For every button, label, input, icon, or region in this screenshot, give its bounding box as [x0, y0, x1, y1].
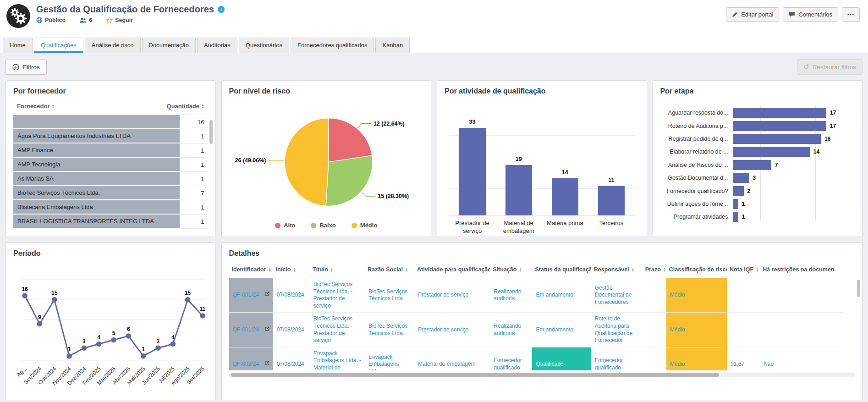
- cell-inicio[interactable]: 07/08/2024: [273, 313, 310, 347]
- bar-elaborar-relat-rio-de-[interactable]: [733, 147, 810, 157]
- column-header-restricoes[interactable]: Há restrições na documen: [760, 261, 843, 278]
- table-row[interactable]: AMP Tecnologia1: [13, 158, 208, 172]
- data-point[interactable]: [111, 337, 116, 343]
- table-row[interactable]: AMP Finance1: [13, 143, 208, 158]
- pie-slice-médio[interactable]: [285, 118, 329, 206]
- comments-button[interactable]: Comentários: [783, 7, 838, 22]
- tab-qualifica-es[interactable]: Qualificações: [34, 38, 83, 53]
- pie-slice-baixo[interactable]: [326, 155, 373, 206]
- data-point[interactable]: [200, 313, 205, 319]
- table-row[interactable]: As Marias SA1: [13, 172, 208, 186]
- more-actions-button[interactable]: ⋯: [842, 7, 860, 22]
- tab-documenta-o[interactable]: Documentação: [142, 38, 196, 53]
- cell-razao_social[interactable]: BioTec Serviços Técnicos Ltda.: [365, 278, 414, 313]
- bar-aguardar-resposta-do-[interactable]: [733, 108, 826, 118]
- cell-titulo[interactable]: BioTec Serviços Técnicos Ltda. - Prestad…: [310, 313, 365, 347]
- external-link-icon[interactable]: [264, 361, 269, 366]
- follow-button[interactable]: Seguir: [106, 17, 133, 23]
- cell-inicio[interactable]: 07/08/2024: [273, 278, 310, 313]
- legend-item-médio[interactable]: Médio: [352, 222, 378, 229]
- bar-roteiro-de-auditoria-p-[interactable]: [733, 121, 826, 131]
- bar-an-lise-de-riscos-do-[interactable]: [733, 160, 771, 170]
- tab-auditorias[interactable]: Auditorias: [197, 38, 237, 53]
- cell-responsavel[interactable]: Roteiro de Auditoria para Qualificação d…: [591, 313, 643, 347]
- tab-home[interactable]: Home: [3, 38, 33, 53]
- cell-situacao[interactable]: Realizando auditoria: [490, 313, 532, 347]
- data-point[interactable]: [185, 297, 191, 303]
- horizontal-scrollbar-track[interactable]: [229, 373, 855, 377]
- bar-prestador-de-servi-o[interactable]: 33: [459, 128, 486, 215]
- cell-titulo[interactable]: BioTec Serviços Técnicos Ltda. - Prestad…: [310, 278, 365, 313]
- legend-item-alto[interactable]: Alto: [275, 222, 295, 229]
- external-link-icon[interactable]: [264, 292, 269, 297]
- pie-slice-alto[interactable]: [328, 118, 372, 162]
- followers-count[interactable]: 6: [79, 17, 92, 23]
- cell-status[interactable]: Em andamento: [532, 278, 591, 313]
- table-row[interactable]: BioTec Serviços Técnicos Ltda.7: [13, 186, 208, 200]
- tab-question-rios[interactable]: Questionários: [239, 38, 289, 53]
- vertical-scrollbar[interactable]: [857, 280, 860, 297]
- tab-fornecedores-qualificados[interactable]: Fornecedores qualificados: [291, 38, 374, 53]
- table-row[interactable]: BRASIL LOGISTICA TRANSPORTES INTEG LTDA1: [13, 215, 208, 229]
- bar-terceiros[interactable]: 11: [598, 186, 625, 215]
- bar-definir-a-es-do-forne-[interactable]: [733, 199, 738, 209]
- column-header-nota_iqf[interactable]: Nota IQF ▲▼: [727, 261, 760, 278]
- data-point[interactable]: [22, 293, 27, 298]
- legend-item-baixo[interactable]: Baixo: [311, 222, 335, 229]
- bar-fornecedor-qualificado-[interactable]: [733, 186, 744, 196]
- cell-razao_social[interactable]: BioTec Serviços Técnicos Ltda.: [365, 313, 414, 347]
- restore-filters-button[interactable]: ↺ Restaurar filtros: [797, 59, 863, 75]
- table-row[interactable]: Água Pura Equipamentos Industriais LTDA1: [13, 129, 208, 143]
- column-header-inicio[interactable]: Início ▲▼: [273, 261, 310, 278]
- column-header-identificador[interactable]: Identificador ▲▼: [229, 261, 273, 278]
- cell-razao_social[interactable]: Envapack Embalagens Ltda.: [365, 347, 414, 370]
- column-header-situacao[interactable]: Situação ▲▼: [490, 261, 532, 278]
- column-header-prazo[interactable]: Prazo ▲▼: [643, 261, 666, 278]
- vertical-scrollbar[interactable]: [209, 120, 213, 144]
- column-header-titulo[interactable]: Título ▲▼: [310, 261, 365, 278]
- column-header-atividade[interactable]: Atividade para qualificação ▲▼: [414, 261, 490, 278]
- data-point[interactable]: [170, 341, 176, 347]
- cell-nota_iqf[interactable]: 91,67: [727, 347, 760, 370]
- cell-inicio[interactable]: 07/08/2024: [273, 347, 310, 370]
- table-row[interactable]: QF-001/2407/08/2024BioTec Serviços Técni…: [229, 278, 843, 313]
- data-point[interactable]: [37, 321, 43, 327]
- bar-material-de-embalagem[interactable]: 19: [505, 165, 532, 215]
- cell-atividade[interactable]: Material de embalagem: [414, 347, 490, 370]
- bar-mat-ria-prima[interactable]: 14: [552, 178, 578, 215]
- bar-programar-atividades[interactable]: [733, 212, 738, 222]
- table-row[interactable]: Blistecaria Embalagens Ltda1: [13, 200, 208, 215]
- column-header-status[interactable]: Status da qualificação ▲▼: [532, 261, 591, 278]
- column-header-quantidade[interactable]: Quantidade ▲▼: [167, 103, 204, 110]
- column-header-razao_social[interactable]: Razão Social ▲▼: [365, 261, 414, 278]
- table-row[interactable]: 16: [13, 115, 208, 129]
- column-header-responsavel[interactable]: Responsável ▲▼: [591, 261, 643, 278]
- bar-registrar-pedido-de-q-[interactable]: [733, 134, 821, 144]
- column-header-fornecedor[interactable]: Fornecedor ▲▼: [17, 103, 55, 110]
- table-row[interactable]: QF-002/2407/08/2024Envapack Embalagens L…: [229, 347, 843, 370]
- cell-situacao[interactable]: Realizando auditoria: [490, 278, 532, 313]
- cell-titulo[interactable]: Envapack Embalagens Ltda. - Material de …: [310, 347, 365, 370]
- cell-atividade[interactable]: Prestador de serviço: [414, 278, 490, 313]
- cell-situacao[interactable]: Fornecedor qualificado: [490, 347, 532, 370]
- data-point[interactable]: [66, 353, 72, 359]
- cell-status[interactable]: Em andamento: [532, 313, 591, 347]
- tab-an-lise-de-risco[interactable]: Análise de risco: [85, 38, 141, 53]
- cell-restricoes[interactable]: Não: [760, 347, 843, 370]
- filters-button[interactable]: Filtros: [5, 60, 47, 75]
- cell-responsavel[interactable]: Gestão Documental de Fornecedores: [591, 278, 643, 313]
- table-row[interactable]: QF-001/2407/08/2024BioTec Serviços Técni…: [229, 313, 843, 347]
- edit-portal-button[interactable]: Editar portal: [726, 7, 779, 22]
- external-link-icon[interactable]: [264, 326, 269, 331]
- data-point[interactable]: [96, 341, 102, 347]
- tab-kanban[interactable]: Kanban: [375, 38, 410, 53]
- cell-atividade[interactable]: Prestador de serviço: [414, 313, 490, 347]
- column-header-risco[interactable]: Classificação de risco ▲▼: [666, 261, 727, 278]
- bar-gest-o-documental-d-[interactable]: [733, 173, 749, 183]
- data-point[interactable]: [82, 345, 87, 351]
- data-point[interactable]: [141, 353, 146, 359]
- visibility-indicator[interactable]: Público: [36, 17, 66, 23]
- data-point[interactable]: [155, 345, 161, 351]
- info-icon[interactable]: i: [218, 6, 225, 13]
- data-point[interactable]: [52, 297, 57, 303]
